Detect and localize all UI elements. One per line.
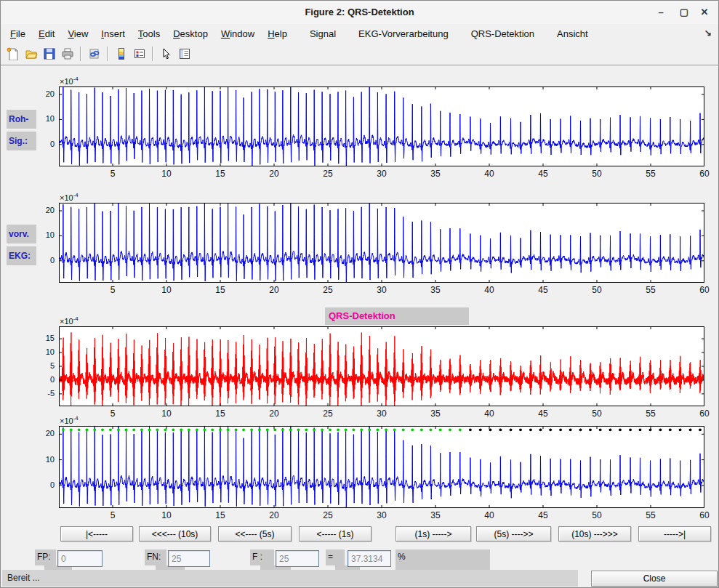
y-tick-label: -5 (25, 389, 55, 398)
toolbar-separator (107, 47, 108, 61)
nav-button-1[interactable]: <<<--- (10s) (139, 526, 211, 541)
beat-marker (579, 428, 582, 431)
menu-overflow-arrow-icon[interactable]: ↘ (704, 28, 712, 38)
x-tick-label: 45 (529, 510, 558, 520)
beat-marker (439, 428, 442, 431)
menu-item-edit[interactable]: Edit (32, 25, 61, 42)
beat-marker (242, 428, 245, 431)
f-input[interactable] (276, 550, 319, 567)
menu-item-window[interactable]: Window (214, 25, 261, 42)
x-tick-label: 30 (367, 285, 396, 295)
close-icon[interactable]: ✕ (695, 5, 714, 20)
qrs-detektion-filtered-canvas (59, 326, 704, 406)
x-tick-label: 55 (636, 169, 665, 179)
minimize-icon[interactable]: – (651, 5, 670, 20)
x-tick-label: 45 (529, 285, 558, 295)
beat-marker (281, 428, 284, 431)
y-tick-label: 0 (25, 256, 55, 265)
x-tick-label: 5 (98, 169, 127, 179)
beat-marker (180, 428, 182, 431)
x-tick-label: 55 (636, 408, 665, 419)
fn-label: FN: (145, 549, 166, 565)
beat-marker (101, 428, 104, 431)
menu-item-file[interactable]: File (4, 25, 32, 42)
beat-marker (519, 428, 522, 431)
x-tick-label: 35 (421, 510, 450, 520)
beat-marker (148, 428, 151, 431)
y-tick-label: 0 (25, 375, 55, 384)
x-tick-label: 20 (260, 285, 289, 295)
nav-button-0[interactable]: |<----- (60, 526, 133, 541)
beat-marker (353, 428, 356, 431)
beat-marker (669, 428, 672, 431)
menu-item-qrs-detektion[interactable]: QRS-Detektion (465, 25, 541, 42)
menu-item-signal[interactable]: Signal (303, 25, 342, 42)
nav-button-2[interactable]: <<---- (5s) (218, 526, 292, 541)
figure-palette-icon[interactable] (175, 45, 193, 63)
nav-button-7[interactable]: ----->| (638, 526, 711, 541)
beat-marker (529, 428, 532, 431)
x-tick-label: 30 (367, 169, 396, 179)
menu-item-ekg-vorverarbeitung[interactable]: EKG-Vorverarbeitung (352, 25, 455, 42)
beat-marker (659, 428, 662, 431)
fp-input[interactable] (57, 550, 103, 567)
open-folder-icon[interactable] (22, 45, 40, 63)
menu-item-ansicht[interactable]: Ansicht (550, 25, 595, 42)
maximize-icon[interactable]: ▢ (675, 5, 694, 20)
colorbar-icon[interactable] (112, 45, 130, 63)
x-tick-label: 40 (475, 510, 504, 520)
beat-marker (70, 428, 73, 431)
insert-legend-icon[interactable] (130, 45, 148, 63)
nav-button-3[interactable]: <----- (1s) (299, 526, 371, 541)
x-tick-label: 30 (367, 510, 396, 520)
equals-label: = (326, 549, 345, 565)
beat-marker (329, 428, 332, 431)
y-tick-label: 20 (25, 89, 55, 98)
x-tick-label: 15 (206, 408, 235, 419)
y-tick-label: 10 (25, 230, 55, 239)
beat-marker (385, 428, 387, 431)
x-tick-label: 60 (690, 285, 719, 295)
beat-marker (109, 428, 112, 431)
beat-marker (345, 428, 348, 431)
edit-plot-arrow-icon[interactable] (157, 45, 175, 63)
beat-marker (125, 428, 128, 431)
menu-item-help[interactable]: Help (261, 25, 294, 42)
menu-item-tools[interactable]: Tools (132, 25, 166, 42)
x-tick-label: 25 (313, 169, 342, 179)
nav-button-4[interactable]: (1s) -----> (395, 526, 471, 541)
beat-marker (227, 428, 230, 431)
x-tick-label: 20 (260, 510, 289, 520)
ekg-with-detections-canvas (59, 426, 704, 508)
x-tick-label: 15 (206, 169, 235, 179)
beat-marker (411, 428, 414, 431)
nav-button-5[interactable]: (5s) ---->> (476, 526, 551, 541)
f-measure-input[interactable] (348, 550, 391, 567)
y-tick-label: 10 (25, 455, 55, 464)
new-document-icon[interactable] (4, 45, 22, 63)
y-tick-label: 10 (25, 114, 55, 123)
vorverarbeitetes-ekg-canvas (59, 203, 704, 283)
beat-marker (459, 428, 462, 431)
x-tick-label: 10 (152, 510, 181, 520)
x-tick-label: 55 (636, 285, 665, 295)
beat-marker (140, 428, 143, 431)
beat-marker (117, 428, 120, 431)
x-tick-label: 60 (690, 408, 719, 419)
close-button[interactable]: Close (591, 571, 718, 587)
print-icon[interactable] (58, 45, 76, 63)
x-tick-label: 5 (98, 285, 127, 295)
link-plot-icon[interactable] (85, 45, 103, 63)
fn-input[interactable] (168, 550, 210, 567)
menu-item-insert[interactable]: Insert (95, 25, 132, 42)
save-icon[interactable] (40, 45, 58, 63)
beat-marker (569, 428, 572, 431)
nav-button-6[interactable]: (10s) --->>> (558, 526, 631, 541)
beat-marker (337, 428, 340, 431)
menu-item-desktop[interactable]: Desktop (166, 25, 214, 42)
x-tick-label: 10 (152, 169, 181, 179)
beat-marker (368, 428, 371, 431)
beat-marker (321, 428, 324, 431)
x-tick-label: 60 (690, 169, 719, 179)
menu-item-view[interactable]: View (61, 25, 95, 42)
